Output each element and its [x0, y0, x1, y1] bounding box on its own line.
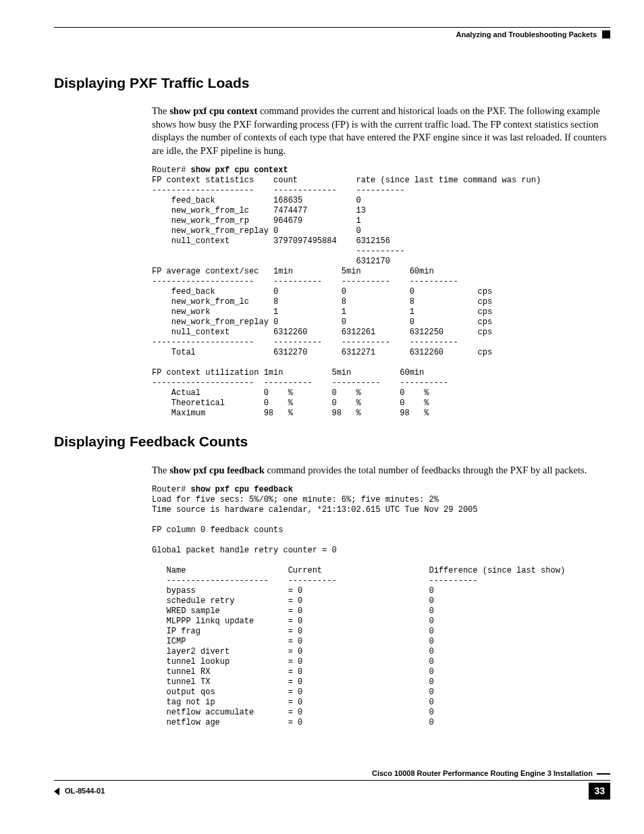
footer-rule-icon [597, 773, 610, 775]
cli-cmd-2: show pxf cpu feedback [191, 485, 293, 494]
left-arrow-icon [54, 787, 59, 796]
inline-cmd-2: show pxf cpu feedback [169, 465, 265, 475]
cli-output-context: Router# show pxf cpu context FP context … [152, 165, 610, 419]
section-heading-feedback: Displaying Feedback Counts [54, 432, 610, 451]
page-footer: Cisco 10008 Router Performance Routing E… [54, 768, 610, 800]
header-marker-icon [602, 30, 610, 38]
cli-body-2: Load for five secs: 5%/0%; one minute: 6… [152, 495, 565, 727]
footer-doc-title: Cisco 10008 Router Performance Routing E… [372, 768, 593, 779]
inline-cmd: show pxf cpu context [169, 105, 257, 116]
cli-cmd: show pxf cpu context [191, 165, 288, 175]
page-number: 33 [589, 783, 610, 800]
section1-paragraph: The show pxf cpu context command provide… [152, 105, 610, 157]
doc-id: OL-8544-01 [65, 786, 105, 796]
cli-prompt-2: Router# [152, 485, 191, 494]
page-header: Analyzing and Troubleshooting Packets [54, 27, 610, 40]
section-heading-pxf-traffic: Displaying PXF Traffic Loads [54, 74, 610, 93]
cli-body: FP context statistics count rate (since … [152, 176, 541, 418]
cli-output-feedback: Router# show pxf cpu feedback Load for f… [152, 485, 610, 728]
cli-prompt: Router# [152, 165, 191, 175]
chapter-title: Analyzing and Troubleshooting Packets [456, 30, 597, 40]
section2-paragraph: The show pxf cpu feedback command provid… [152, 464, 610, 477]
